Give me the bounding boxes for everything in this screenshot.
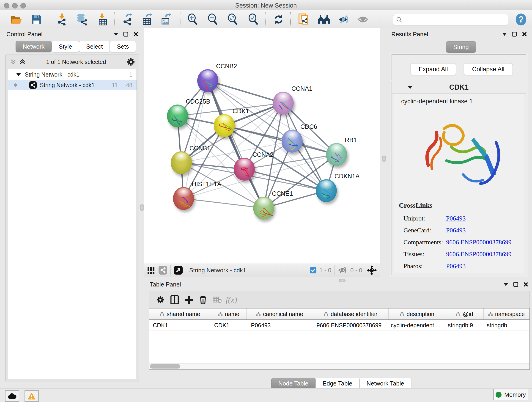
refresh-icon[interactable] <box>272 13 285 26</box>
table-hscrollbar-thumb[interactable] <box>150 364 180 369</box>
network-node-CDKN1A[interactable] <box>316 179 337 202</box>
crosslink-link[interactable]: P06493 <box>446 262 466 270</box>
show-column-icon[interactable] <box>167 293 182 307</box>
panel-menu-icon[interactable] <box>504 283 508 286</box>
export-image-icon[interactable] <box>159 13 172 26</box>
crosslink-link[interactable]: 9606.ENSP00000378699 <box>446 250 511 258</box>
selected-checkbox-icon[interactable] <box>310 267 317 274</box>
network-share-icon[interactable] <box>158 266 167 274</box>
birdseye-grid-icon[interactable] <box>147 266 155 274</box>
table-panel-title: Table Panel <box>150 281 181 288</box>
tab-style[interactable]: Style <box>51 41 79 52</box>
search-field[interactable] <box>393 14 508 26</box>
right-splitter-handle[interactable] <box>382 156 386 162</box>
cell[interactable]: CDK1 <box>210 320 247 331</box>
delete-column-trash-icon[interactable] <box>196 293 210 307</box>
export-network-icon[interactable] <box>121 13 134 26</box>
network-canvas[interactable]: CCNB2CCNA1CDC25BCDK1CDC6RB1CCNB1CCNA2CDK… <box>144 28 380 264</box>
node-label-RB1: RB1 <box>345 137 357 144</box>
export-view-icon[interactable] <box>174 266 183 274</box>
delete-table-icon[interactable] <box>210 293 224 307</box>
table-row[interactable]: CDK1CDK1P064939606.ENSP00000378699cyclin… <box>149 320 530 331</box>
node-label-CDC6: CDC6 <box>300 123 317 130</box>
tab-network[interactable]: Network <box>16 41 51 52</box>
function-builder-icon[interactable]: f(x) <box>224 293 239 307</box>
network-node-CCNA2[interactable] <box>234 158 255 181</box>
entry-collapse-icon[interactable] <box>408 86 412 89</box>
crosslink-link[interactable]: 9606.ENSP00000378699 <box>446 239 511 246</box>
cell[interactable]: P06493 <box>247 320 313 331</box>
zoom-in-icon[interactable] <box>186 13 199 26</box>
table-settings-gear-icon[interactable] <box>153 293 167 307</box>
open-session-icon[interactable] <box>10 13 23 26</box>
help-button[interactable]: ? <box>515 13 527 26</box>
cloud-status-button[interactable] <box>5 390 19 402</box>
cell[interactable]: cyclin-dependent ... <box>387 320 444 331</box>
zoom-out-icon[interactable] <box>206 13 219 26</box>
network-node-CCNE1[interactable] <box>253 197 274 220</box>
tab-string[interactable]: String <box>446 41 476 53</box>
network-collection-row[interactable]: String Network - cdk1 1 <box>8 69 137 80</box>
tab-node-table[interactable]: Node Table <box>271 378 316 389</box>
cell[interactable]: 9606.ENSP00000378699 <box>313 320 387 331</box>
create-column-icon[interactable] <box>182 293 196 307</box>
column-header-database-identifier[interactable]: database identifier <box>313 308 389 319</box>
network-row[interactable]: String Network - cdk1 11 48 <box>8 80 137 90</box>
expand-all-networks-icon[interactable] <box>10 59 17 65</box>
network-node-CDK1[interactable] <box>214 114 235 137</box>
zoom-fit-icon[interactable] <box>226 13 239 26</box>
column-header-namespace[interactable]: namespace <box>484 308 530 319</box>
clone-network-icon[interactable] <box>297 13 310 26</box>
column-header-canonical-name[interactable]: canonical name <box>247 308 313 319</box>
hide-selected-icon[interactable] <box>338 13 351 26</box>
tab-sets[interactable]: Sets <box>110 41 136 52</box>
expand-all-button[interactable]: Expand All <box>411 63 456 75</box>
panel-menu-icon[interactable] <box>114 33 118 36</box>
import-table-icon[interactable] <box>96 13 109 26</box>
network-node-CDC25B[interactable] <box>167 104 188 128</box>
collection-label: String Network - cdk1 <box>25 71 80 78</box>
export-table-icon[interactable] <box>140 13 153 26</box>
collapse-all-button[interactable]: Collapse All <box>464 63 513 75</box>
crosslink-link[interactable]: P06493 <box>446 215 466 222</box>
left-splitter-handle[interactable] <box>140 204 144 211</box>
float-panel-icon[interactable] <box>123 32 128 37</box>
memory-button[interactable]: Memory <box>493 389 528 400</box>
import-network-icon[interactable] <box>56 13 68 26</box>
import-network-from-database-icon[interactable] <box>75 13 88 26</box>
close-panel-icon[interactable] <box>522 32 527 37</box>
network-node-RB1[interactable] <box>326 143 347 166</box>
network-node-CCNA1[interactable] <box>273 92 294 115</box>
network-node-CCNB2[interactable] <box>197 69 218 92</box>
tab-network-table[interactable]: Network Table <box>360 378 411 389</box>
float-panel-icon[interactable] <box>512 32 517 37</box>
column-header-description[interactable]: description <box>389 308 446 319</box>
network-node-CDC6[interactable] <box>282 130 303 153</box>
zoom-selected-icon[interactable] <box>247 13 260 26</box>
column-header-name[interactable]: name <box>211 308 247 319</box>
close-panel-icon[interactable] <box>523 282 528 287</box>
save-session-icon[interactable] <box>30 13 43 26</box>
show-all-icon[interactable] <box>357 13 370 26</box>
float-panel-icon[interactable] <box>513 282 518 287</box>
close-panel-icon[interactable] <box>133 32 138 37</box>
collapse-triangle-icon[interactable] <box>16 73 21 76</box>
pan-crosshair-icon[interactable] <box>367 265 377 275</box>
tab-select[interactable]: Select <box>79 41 110 52</box>
column-header-shared-name[interactable]: shared name <box>149 308 211 319</box>
column-header--id[interactable]: @id <box>446 308 484 319</box>
network-node-CCNB1[interactable] <box>171 151 192 174</box>
tab-edge-table[interactable]: Edge Table <box>316 378 360 389</box>
crosslink-link[interactable]: P06493 <box>446 227 466 234</box>
warning-button[interactable] <box>25 390 39 402</box>
network-node-HIST1H1A[interactable] <box>173 187 194 210</box>
cell[interactable]: CDK1 <box>149 320 210 331</box>
cell[interactable]: stringdb:9... <box>444 320 483 331</box>
collapse-all-networks-icon[interactable] <box>19 59 26 65</box>
network-options-gear-icon[interactable] <box>126 57 135 66</box>
cell[interactable]: stringdb <box>483 320 530 331</box>
table-header-row: shared name name canonical name database… <box>149 308 530 320</box>
search-input[interactable] <box>402 15 508 25</box>
panel-menu-icon[interactable] <box>502 33 507 36</box>
first-neighbors-icon[interactable] <box>317 13 330 26</box>
